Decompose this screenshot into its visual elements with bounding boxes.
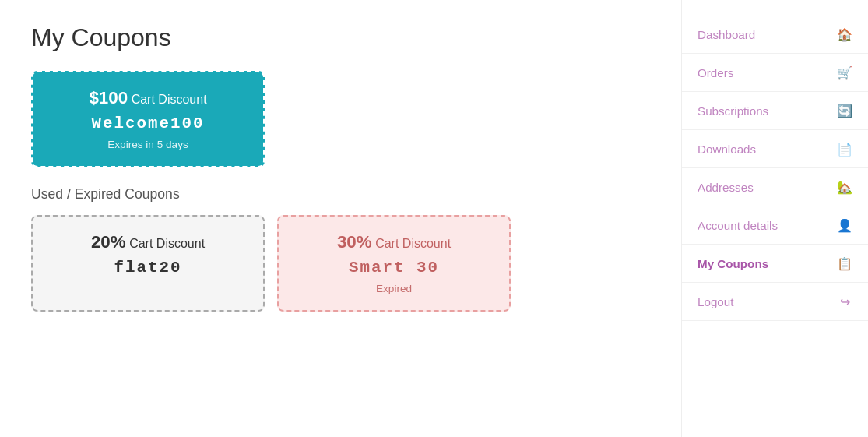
sidebar-item-addresses[interactable]: Addresses 🏡 xyxy=(682,168,868,206)
sidebar-item-label: Downloads xyxy=(698,143,837,156)
expired-coupon-card: 20% Cart Discount flat20 xyxy=(31,215,265,312)
coupon-code: flat20 xyxy=(48,259,248,277)
coupon-expiry: Expires in 5 days xyxy=(48,139,248,150)
coupon-discount: 30% Cart Discount xyxy=(294,232,494,252)
sidebar-item-label: Account details xyxy=(698,219,837,232)
page-title: My Coupons xyxy=(31,23,650,52)
account-details-icon: 👤 xyxy=(837,217,852,233)
coupon-amount: $100 xyxy=(89,88,128,107)
sidebar-item-label: My Coupons xyxy=(698,257,837,270)
sidebar-item-label: Dashboard xyxy=(698,28,837,41)
coupon-discount: $100 Cart Discount xyxy=(48,88,248,108)
app-layout: My Coupons $100 Cart Discount Welcome100… xyxy=(0,0,868,437)
expired-coupons-list: 20% Cart Discount flat20 30% Cart Discou… xyxy=(31,215,650,312)
main-content: My Coupons $100 Cart Discount Welcome100… xyxy=(0,0,681,437)
coupon-code: Smart 30 xyxy=(294,259,494,277)
sidebar: Dashboard 🏠 Orders 🛒 Subscriptions 🔄 Dow… xyxy=(681,0,868,437)
coupon-code: Welcome100 xyxy=(48,115,248,132)
sidebar-item-label: Addresses xyxy=(698,181,837,194)
downloads-icon: 📄 xyxy=(837,141,852,157)
coupon-expiry: Expired xyxy=(294,283,494,294)
sidebar-item-subscriptions[interactable]: Subscriptions 🔄 xyxy=(682,92,868,130)
orders-icon: 🛒 xyxy=(837,65,852,80)
active-coupon-card: $100 Cart Discount Welcome100 Expires in… xyxy=(31,71,265,167)
active-coupons-list: $100 Cart Discount Welcome100 Expires in… xyxy=(31,71,650,167)
coupon-discount: 20% Cart Discount xyxy=(48,232,248,252)
sidebar-item-account-details[interactable]: Account details 👤 xyxy=(682,206,868,245)
logout-icon: ↪ xyxy=(837,294,852,309)
coupon-amount: 20% xyxy=(91,232,126,252)
sidebar-item-orders[interactable]: Orders 🛒 xyxy=(682,54,868,92)
sidebar-item-downloads[interactable]: Downloads 📄 xyxy=(682,130,868,168)
addresses-icon: 🏡 xyxy=(837,179,852,195)
expired-coupon-card: 30% Cart Discount Smart 30 Expired xyxy=(277,215,511,312)
sidebar-item-label: Subscriptions xyxy=(698,104,837,118)
coupon-amount: 30% xyxy=(337,232,372,252)
sidebar-item-dashboard[interactable]: Dashboard 🏠 xyxy=(682,16,868,54)
sidebar-item-label: Logout xyxy=(698,295,837,308)
sidebar-item-my-coupons[interactable]: My Coupons 📋 xyxy=(682,245,868,283)
expired-section-title: Used / Expired Coupons xyxy=(31,186,650,203)
subscriptions-icon: 🔄 xyxy=(837,103,852,118)
sidebar-item-logout[interactable]: Logout ↪ xyxy=(682,283,868,321)
my-coupons-icon: 📋 xyxy=(837,256,852,271)
sidebar-item-label: Orders xyxy=(698,66,837,79)
dashboard-icon: 🏠 xyxy=(837,26,852,42)
